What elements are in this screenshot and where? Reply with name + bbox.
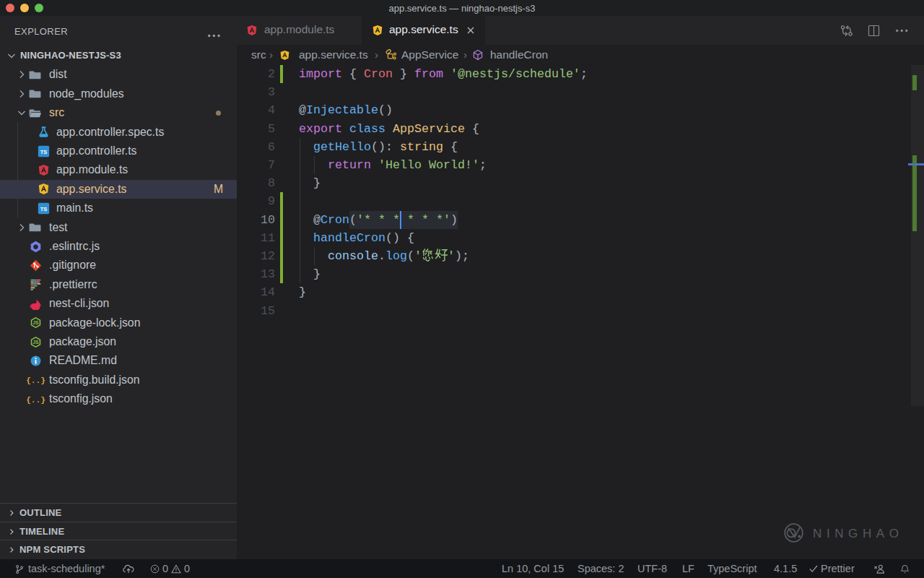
svg-text:{..}: {..} — [26, 376, 45, 385]
svg-text:TS: TS — [40, 205, 48, 212]
svg-text:TS: TS — [40, 148, 48, 155]
svg-text:{..}: {..} — [26, 395, 45, 404]
svg-text:JS: JS — [32, 340, 39, 345]
svg-text:JS: JS — [32, 321, 39, 326]
